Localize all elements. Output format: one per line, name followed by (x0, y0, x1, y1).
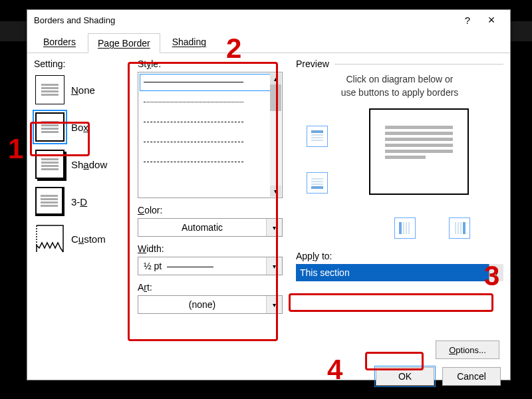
art-value: (none) (138, 299, 266, 310)
svg-rect-11 (408, 222, 410, 234)
setting-box-label: Box (71, 122, 88, 133)
svg-rect-5 (311, 178, 323, 180)
three-d-icon (35, 187, 65, 216)
svg-rect-4 (311, 186, 323, 189)
custom-icon (35, 224, 65, 253)
svg-rect-2 (311, 137, 323, 138)
width-combo[interactable]: ½ pt ▾ (138, 257, 283, 275)
style-opt-dash2[interactable] (138, 132, 282, 152)
tab-borders[interactable]: Borders (34, 33, 85, 53)
svg-rect-1 (311, 134, 323, 136)
style-opt-solid[interactable] (138, 72, 282, 92)
setting-box[interactable]: Box (34, 109, 128, 145)
art-label: Art: (138, 282, 283, 293)
setting-shadow-label: Shadow (71, 159, 107, 170)
style-column: Style: ▴ ▾ Color: Automatic ▾ Width: (134, 59, 287, 362)
color-label: Color: (138, 205, 283, 215)
svg-rect-0 (311, 130, 323, 133)
svg-rect-7 (311, 184, 323, 185)
tab-bar: Borders Page Border Shading (27, 30, 510, 53)
color-value: Automatic (138, 222, 266, 233)
apply-to-combo[interactable]: This section ▾ (296, 264, 503, 281)
box-icon (35, 112, 65, 142)
dialog-title: Borders and Shading (34, 15, 115, 25)
style-listbox[interactable]: ▴ ▾ (138, 72, 283, 198)
titlebar: Borders and Shading ? × (27, 10, 510, 30)
setting-custom-label: Custom (71, 233, 106, 245)
dialog-footer: OK Cancel (27, 366, 510, 392)
style-label: Style: (138, 59, 283, 69)
svg-rect-3 (311, 140, 323, 141)
shadow-icon (35, 150, 65, 179)
style-opt-dashed[interactable] (138, 112, 282, 132)
setting-3d-label: 3-D (71, 196, 87, 207)
apply-to-value: This section (300, 267, 350, 278)
options-button[interactable]: Options... (436, 340, 499, 359)
svg-rect-12 (463, 222, 466, 234)
borders-shading-dialog: Borders and Shading ? × Borders Page Bor… (27, 9, 511, 380)
style-opt-dashdot[interactable] (138, 152, 282, 172)
setting-3d[interactable]: 3-D (34, 184, 128, 219)
ok-button[interactable]: OK (376, 367, 434, 386)
scroll-up-icon[interactable]: ▴ (270, 73, 281, 84)
preview-label: Preview (296, 59, 329, 69)
close-button[interactable]: × (479, 11, 503, 29)
svg-rect-8 (399, 222, 402, 234)
preview-page[interactable] (369, 108, 469, 195)
scroll-thumb[interactable] (270, 84, 281, 111)
svg-rect-14 (458, 222, 459, 234)
svg-rect-13 (455, 222, 456, 234)
preview-diagram (296, 106, 503, 239)
svg-rect-15 (460, 222, 462, 234)
svg-rect-10 (406, 222, 407, 234)
apply-to-label: Apply to: (296, 251, 503, 261)
tab-shading[interactable]: Shading (163, 33, 215, 53)
setting-none-label: None (71, 84, 95, 96)
settings-column: Setting: None Box Shadow (34, 59, 134, 362)
chevron-down-icon[interactable]: ▾ (489, 264, 503, 281)
cancel-button[interactable]: Cancel (442, 367, 501, 386)
chevron-down-icon[interactable]: ▾ (266, 257, 282, 275)
callout-1: 1 (8, 133, 23, 165)
preview-column: Preview Click on diagram below oruse but… (287, 59, 503, 362)
chevron-down-icon[interactable]: ▾ (266, 296, 282, 313)
preview-hint: Click on diagram below oruse buttons to … (296, 73, 503, 99)
tab-page-border[interactable]: Page Border (88, 33, 160, 53)
width-label: Width: (138, 243, 283, 254)
style-scrollbar[interactable]: ▴ ▾ (270, 73, 281, 197)
style-opt-dotted[interactable] (138, 92, 282, 112)
scroll-down-icon[interactable]: ▾ (270, 186, 281, 197)
border-right-button[interactable] (449, 217, 470, 239)
setting-custom[interactable]: Custom (34, 221, 128, 257)
setting-shadow[interactable]: Shadow (34, 146, 128, 182)
settings-label: Setting: (34, 59, 128, 69)
border-left-button[interactable] (394, 217, 416, 239)
svg-rect-9 (403, 222, 404, 234)
none-icon (35, 75, 65, 104)
width-value: ½ pt (138, 261, 266, 271)
border-top-button[interactable] (307, 126, 328, 147)
setting-none[interactable]: None (34, 72, 128, 108)
art-combo[interactable]: (none) ▾ (138, 295, 283, 314)
color-combo[interactable]: Automatic ▾ (138, 218, 283, 237)
help-button[interactable]: ? (456, 11, 479, 29)
chevron-down-icon[interactable]: ▾ (266, 219, 282, 236)
svg-rect-6 (311, 181, 323, 182)
border-bottom-button[interactable] (307, 172, 328, 194)
